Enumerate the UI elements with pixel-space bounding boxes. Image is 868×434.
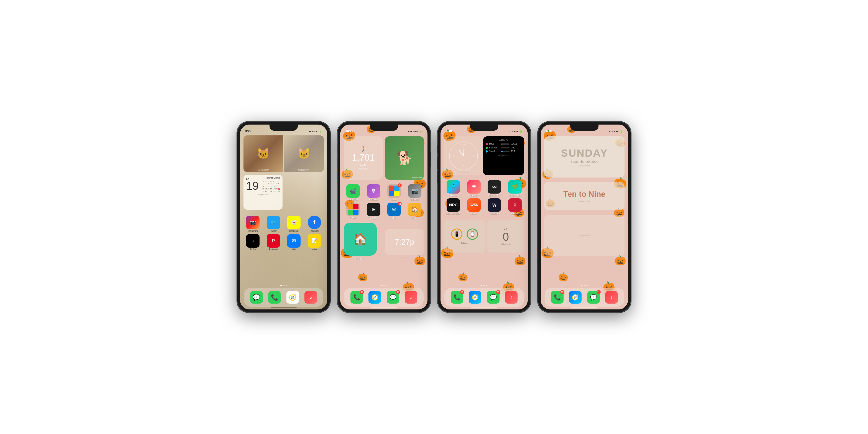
facetime-label: FaceTime xyxy=(348,198,358,201)
clock-widget: 12 3 6 9 Widgetsmith xyxy=(444,136,483,175)
app-label-snapchat: Snapchat xyxy=(289,230,299,232)
health-label: Health xyxy=(471,194,477,197)
dock-messages-4[interactable]: 💬 11 xyxy=(587,291,600,304)
ws-sunday-label: Widgetsmith xyxy=(579,165,590,167)
app-peloton[interactable]: P Peloton xyxy=(507,198,523,215)
page-dots-2 xyxy=(340,285,428,286)
watch-battery-ring: ⌚ xyxy=(467,228,478,240)
ws-ten-label: Widgetsmith xyxy=(579,200,590,202)
app-instagram[interactable]: 📷 Instagram xyxy=(245,216,260,232)
home-label: Home xyxy=(412,217,417,219)
widgets-row-3: 📱 ⌚ Batteries UV 0 Widgetsmith xyxy=(444,220,524,253)
apps-grid-1: 📷 Instagram 🐦 Twitter 👻 Snapchat xyxy=(244,216,324,251)
app-home[interactable]: 🏠 Home xyxy=(407,203,423,219)
dock-messages-2[interactable]: 💬 13 xyxy=(387,291,399,304)
dock-safari-4[interactable]: 🧭 xyxy=(569,291,582,304)
sunday-day: SUNDAY xyxy=(561,147,608,159)
dock-safari-2[interactable]: 🧭 xyxy=(369,291,381,304)
time-2: 10:27 xyxy=(345,129,353,133)
move-ring: Move 67/500 xyxy=(486,143,522,145)
time-display: 7:27p xyxy=(395,238,414,247)
pet-widget: 🐕 Widgetsmith xyxy=(385,136,424,180)
time-4: 8:48 xyxy=(546,129,552,133)
shortcuts-label: Shortcuts xyxy=(344,257,377,260)
status-icons-3: LTE ●●● 🔋 xyxy=(509,130,523,133)
cat-photo-2: 🐱 xyxy=(284,135,324,172)
wodify-label: Wodify xyxy=(491,212,498,215)
app-travel-folder[interactable]: Travel xyxy=(345,203,361,219)
app-c25k[interactable]: C25K C25K xyxy=(466,198,482,215)
app-podcasts[interactable]: 🎙 Podcasts xyxy=(366,184,381,201)
steps-widget: 🚶 1,701 0.7 mi Widgetsmith xyxy=(344,136,383,180)
ten-to-nine-widget: Ten to Nine Widgetsmith xyxy=(544,182,624,210)
app-label-notes: Notes xyxy=(312,248,317,251)
app-twitter[interactable]: 🐦 Twitter xyxy=(266,216,281,232)
phone-1-screen: 3:22 ●● 5G▲ 🔋 🐱 🐱 Widgetsmith Widgetsmit… xyxy=(240,125,327,309)
messages-badge-3: 11 xyxy=(496,290,500,294)
app-mail[interactable]: ✉ Mail xyxy=(286,234,302,251)
svg-text:6: 6 xyxy=(463,165,464,167)
app-facebook[interactable]: f Facebook xyxy=(307,216,322,232)
page-dots-1 xyxy=(240,285,327,286)
move-value: 67/500 xyxy=(511,143,522,145)
app-pinterest[interactable]: P Pinterest xyxy=(266,234,281,251)
steps-count: 1,701 xyxy=(352,152,375,163)
ws-watch-label: Widgetsmith xyxy=(486,154,522,156)
app-facetime[interactable]: 📹 FaceTime xyxy=(345,184,361,201)
dock-phone-4[interactable]: 📞 39 xyxy=(551,291,563,304)
ws-steps-label: Widgetsmith xyxy=(358,168,369,170)
cat-photo-1: 🐱 xyxy=(244,135,283,172)
empty-widget: Widgetsmith xyxy=(544,215,624,256)
intervals-label: Intervals Pro xyxy=(488,194,500,197)
dock-safari-3[interactable]: 🧭 xyxy=(469,291,481,304)
dock-2: 📞 39 🧭 💬 13 ♪ xyxy=(344,288,424,307)
ten-to-nine-text: Ten to Nine xyxy=(563,190,605,199)
status-icons-4: LTE ●●● 🔋 xyxy=(609,130,623,133)
exercise-value: 0/30 xyxy=(511,147,522,149)
app-health[interactable]: ❤ Health xyxy=(466,180,482,197)
phone-4: 🎃 🎃 🎃 🎃 🎃 🎃 🎃 🎃 🎃 🎃 🎃 8:48 LTE ●●● � xyxy=(538,122,631,312)
app-label-facebook: Facebook xyxy=(310,230,319,232)
app-tiktok[interactable]: ♪ TikTok xyxy=(245,234,260,251)
phone-badge-3: 39 xyxy=(460,290,464,294)
app-label-tiktok: TikTok xyxy=(250,248,256,251)
dock-music-4[interactable]: ♪ xyxy=(605,291,618,304)
nrc-label: Nike Run Club xyxy=(446,212,460,215)
app-intervals[interactable]: :22 Intervals Pro xyxy=(487,180,502,197)
shortcuts-big-button[interactable]: 🏠 xyxy=(344,223,377,256)
app-fitness[interactable]: 🏃 Fitness xyxy=(445,180,461,197)
home-indicator-2 xyxy=(371,307,397,308)
phone-2: 🎃 🎃 🎃 🎃 🎃 🎃 🎃 🎃 🎃 🎃 🎃 10:27 ●●● WiFi xyxy=(337,122,431,312)
sunday-widget: SUNDAY September 20, 2020 Widgetsmith xyxy=(544,136,624,178)
dock-messages-3[interactable]: 💬 11 xyxy=(487,291,499,304)
app-healthmate[interactable]: 💚 Health Mate xyxy=(507,180,523,197)
app-news-folder[interactable]: 9 News xyxy=(386,184,402,201)
app-calculator[interactable]: ⊞ Calculator xyxy=(366,203,381,219)
stand-ring: Stand 2/12 xyxy=(486,150,522,153)
app-notes[interactable]: 📝 Notes xyxy=(307,234,322,251)
time-widget: 7:27p xyxy=(385,229,424,255)
svg-line-5 xyxy=(459,150,464,156)
dock-phone-2[interactable]: 📞 39 xyxy=(350,291,363,304)
dock-music-3[interactable]: ♪ xyxy=(505,291,518,304)
svg-text:3: 3 xyxy=(473,155,474,157)
uv-label: UV xyxy=(504,227,508,230)
app-camera[interactable]: 📷 Camera xyxy=(407,184,423,201)
dock-music-2[interactable]: ♪ xyxy=(405,291,417,304)
dock-messages-1[interactable]: 💬 xyxy=(250,291,263,304)
time-3: 8:48 xyxy=(446,129,452,133)
calendar-widget[interactable]: SAT 19 SEPTEMBER SMTWTFS 12345 678910111… xyxy=(244,175,282,210)
app-snapchat[interactable]: 👻 Snapchat xyxy=(286,216,302,232)
dock-phone-3[interactable]: 📞 39 xyxy=(451,291,463,304)
dock-compass-1[interactable]: 🧭 xyxy=(286,291,299,304)
dock-phone-1[interactable]: 📞 xyxy=(268,291,281,304)
app-wodify[interactable]: W Wodify xyxy=(487,198,502,215)
watch-widget: ACTIVITY Move 67/500 Exercise xyxy=(483,136,524,175)
cal-grid: SMTWTFS 12345 6789101112 13141516171819 … xyxy=(262,180,280,193)
dock-music-1[interactable]: ♪ xyxy=(305,291,317,304)
ws-clock-label: Widgetsmith xyxy=(458,172,469,174)
phone-badge-4: 39 xyxy=(560,290,564,294)
app-nrc[interactable]: NRC Nike Run Club xyxy=(445,198,461,215)
steps-dist: 0.7 mi xyxy=(359,163,367,166)
app-outlook[interactable]: ✉ 38 Outlook xyxy=(386,203,402,219)
